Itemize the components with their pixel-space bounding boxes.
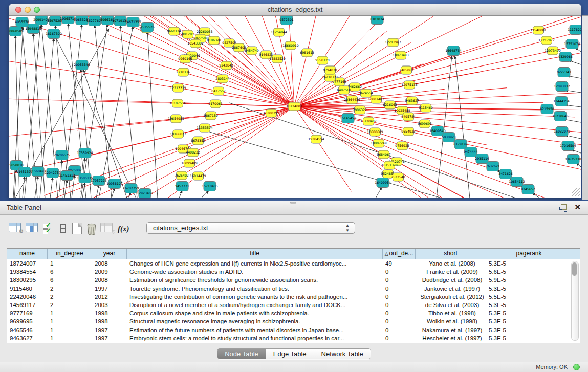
column-header-short[interactable]: short	[416, 249, 486, 259]
graph-node-label: 6497568	[337, 88, 351, 92]
graph-node-label: 9242843	[219, 63, 233, 67]
cell-out_degree: 0	[383, 301, 416, 309]
table-row[interactable]: 1938455462009Genome-wide association stu…	[7, 268, 580, 276]
function-builder-button[interactable]: f(x)	[118, 223, 131, 236]
column-header-title[interactable]: title	[127, 249, 383, 259]
column-header-out_degree[interactable]: △out_de...	[383, 249, 416, 259]
memory-ok-indicator	[573, 364, 580, 370]
graph-node-label: 15720407	[360, 119, 377, 123]
table-selector-value: citations_edges.txt	[153, 224, 208, 232]
graph-node-label: 9660124	[167, 29, 181, 33]
table-row[interactable]: 946362711997Embryonic stem cells: a mode…	[7, 334, 580, 342]
cell-short: Dudbridge et al. (2008)	[416, 276, 486, 284]
network-view-window[interactable]: citations_edges.txt 18724007766382296601…	[9, 4, 581, 198]
table-tabs-bar: Node TableEdge TableNetwork Table	[0, 348, 588, 361]
row-height-button[interactable]	[56, 223, 70, 236]
graph-node-label: 2867608	[232, 46, 246, 49]
tab-edge-table[interactable]: Edge Table	[266, 349, 314, 359]
graph-node-label: 12213319	[170, 86, 186, 90]
graph-node-label: 12973490	[545, 49, 561, 52]
float-panel-icon[interactable]	[559, 204, 567, 211]
graph-node-label: 9684067	[377, 152, 391, 156]
cell-name: 19384554	[7, 268, 48, 276]
graph-node-label: 8186328	[207, 38, 221, 42]
graph-node-label: 9558120	[315, 58, 330, 62]
table-row[interactable]: 1456911722003Disruption of a novel membe…	[7, 301, 580, 309]
graph-node-label: 18167300	[46, 32, 62, 35]
cell-pagerank: 5.9E-5	[486, 276, 572, 284]
function-icon: f(x)	[118, 225, 131, 233]
graph-node-label: 12975135	[401, 83, 418, 86]
window-resize-grip[interactable]	[572, 188, 580, 196]
graph-node-label: 8678352	[191, 139, 205, 142]
table-row[interactable]: 946554611997Estimation of the future num…	[7, 326, 580, 334]
graph-node-label: 15145451	[340, 116, 356, 120]
cell-in_degree: 6	[48, 276, 92, 284]
graph-node-label: 2522540	[391, 175, 405, 179]
table-row[interactable]: 977716911998Corpus callosum shape and si…	[7, 309, 580, 317]
graph-node-label: 15932971	[554, 129, 570, 133]
panel-divider-handle[interactable]	[290, 202, 296, 204]
cell-in_degree: 1	[48, 259, 92, 268]
tab-node-table[interactable]: Node Table	[217, 349, 266, 359]
cell-pagerank: 5.3E-5	[486, 326, 572, 334]
select-columns-button[interactable]: ✓ ✓	[43, 223, 56, 236]
graph-node-label: 7625402	[175, 173, 189, 177]
cell-short: Hescheler et al. (1997)	[416, 334, 486, 342]
cell-year: 2008	[92, 276, 127, 284]
red-edge	[90, 100, 215, 104]
show-column-button[interactable]	[26, 223, 39, 236]
cell-out_degree: 0	[383, 293, 416, 301]
graph-node-label: 22260053	[197, 30, 213, 33]
table-row[interactable]: 911546021997Tourette syndrome. Phenomeno…	[7, 285, 580, 293]
black-edge	[376, 187, 382, 198]
cell-short: Jankovic et al. (1997)	[416, 285, 486, 293]
graph-node-label: 11178200	[568, 28, 581, 31]
graph-node-label: 8183074	[370, 17, 384, 21]
red-edge	[402, 146, 575, 198]
red-edge	[178, 106, 294, 134]
network-window-titlebar[interactable]: citations_edges.txt	[9, 4, 581, 16]
table-row[interactable]: 1872400712008Changes of HCN gene express…	[7, 259, 580, 268]
tab-network-table[interactable]: Network Table	[314, 349, 371, 359]
graph-node-label: 11675330	[565, 157, 581, 161]
table-row[interactable]: 969969511998Structural magnetic resonanc…	[7, 317, 580, 325]
graph-node-label: 12213967	[385, 40, 401, 44]
column-header-pagerank[interactable]: pagerank	[486, 249, 572, 259]
table-mode-button[interactable]: ⚙	[9, 223, 22, 236]
graph-node-label: 16409540	[429, 129, 446, 133]
graph-node-label: 12923468	[137, 191, 153, 195]
cell-in_degree: 1	[48, 309, 92, 317]
delete-column-button[interactable]	[85, 223, 99, 236]
graph-node-label: 10688609	[367, 130, 383, 134]
table-row[interactable]: 2242004622012Investigating the contribut…	[7, 293, 580, 301]
cell-title: Estimation of the future numbers of pati…	[127, 326, 383, 334]
black-edge	[81, 24, 107, 198]
graph-node-label: 4035578	[15, 20, 29, 24]
column-header-name[interactable]: name	[7, 249, 48, 259]
new-column-button[interactable]	[71, 223, 84, 236]
cell-year: 1998	[92, 317, 127, 325]
graph-node-label: 11353594	[197, 126, 213, 129]
table-selector-dropdown[interactable]: citations_edges.txt ▲▼	[146, 222, 355, 234]
scrollbar-thumb[interactable]	[572, 262, 577, 276]
red-edge	[77, 116, 211, 130]
cell-out_degree: 0	[383, 276, 416, 284]
network-canvas[interactable]: 1872400776638229660124891295222600539827…	[9, 16, 581, 198]
black-edge	[99, 26, 133, 198]
cell-title: Structural magnetic resonance image aver…	[127, 317, 383, 325]
sort-indicator-icon: △	[385, 251, 388, 256]
cell-in_degree: 1	[48, 326, 92, 334]
cell-name: 9465546	[7, 326, 48, 334]
network-svg[interactable]: 1872400776638229660124891295222600539827…	[9, 16, 581, 198]
table-row[interactable]: 1830029562008Estimation of significance …	[7, 276, 580, 284]
red-edge	[366, 72, 481, 93]
graph-node-label: 6981613	[300, 51, 314, 54]
vertical-scrollbar[interactable]	[571, 261, 579, 341]
column-header-in_degree[interactable]: in_degree	[48, 249, 92, 259]
column-header-year[interactable]: year	[92, 249, 127, 259]
graph-node-label: 12942757	[45, 171, 61, 174]
node-table: namein_degreeyeartitle△out_de...shortpag…	[7, 248, 580, 343]
cell-year: 1998	[92, 309, 127, 317]
close-panel-icon[interactable]: ✕	[574, 203, 581, 212]
